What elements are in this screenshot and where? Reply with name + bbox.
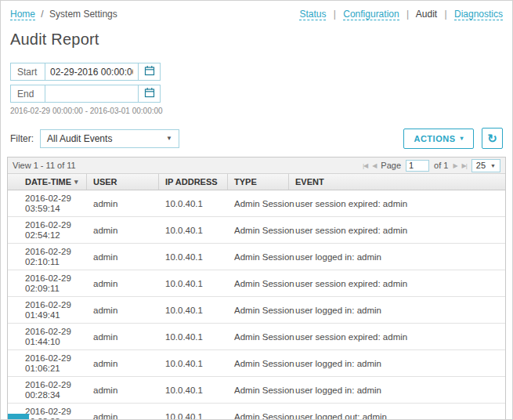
refresh-icon: ↻ (487, 132, 497, 144)
cell-date-time: 2016-02-29 01:49:41 (8, 300, 87, 320)
filter-row: Filter: All Audit Events ▼ ACTIONS ▾ ↻ (10, 128, 503, 149)
cell-time: 01:49:41 (25, 310, 81, 320)
cell-user: admin (87, 332, 159, 342)
cell-time: 00:28:34 (25, 390, 81, 400)
column-header-ip-address[interactable]: IP ADDRESS (159, 174, 228, 190)
cell-time: 02:09:11 (25, 284, 81, 294)
cell-date-time: 2016-02-29 03:59:14 (8, 194, 87, 214)
cell-date: 2016-02-29 (25, 300, 81, 310)
cell-date-time: 2016-02-29 02:10:11 (8, 247, 87, 267)
nav-separator: | (445, 9, 447, 20)
cell-time: 01:06:21 (25, 364, 81, 374)
cell-event: user session expired: admin (289, 279, 505, 288)
dropdown-arrow-icon: ▼ (490, 163, 496, 168)
table-row[interactable]: 2016-02-29 01:49:41 admin 10.0.40.1 Admi… (8, 297, 505, 324)
cell-event: user session expired: admin (289, 226, 505, 235)
cell-event: user logged in: admin (289, 306, 505, 315)
cell-event: user logged in: admin (289, 252, 505, 262)
cell-time: 01:44:10 (25, 337, 81, 347)
cell-user: admin (87, 226, 159, 235)
cell-type: Admin Session (228, 359, 289, 368)
first-page-icon[interactable]: |◀ (363, 162, 367, 169)
page-label: Page (381, 161, 401, 170)
filter-select[interactable]: All Audit Events ▼ (40, 129, 179, 148)
table-row[interactable]: 2016-02-29 00:28:34 admin 10.0.40.1 Admi… (8, 377, 505, 404)
table-row[interactable]: 2016-02-29 00:28:28 admin 10.0.40.1 Admi… (8, 404, 505, 420)
table-row[interactable]: 2016-02-29 01:06:21 admin 10.0.40.1 Admi… (8, 350, 505, 377)
start-date-input[interactable] (45, 63, 138, 80)
table-row[interactable]: 2016-02-29 03:59:14 admin 10.0.40.1 Admi… (8, 190, 505, 217)
cell-type: Admin Session (228, 199, 289, 208)
column-header-label: DATE-TIME (25, 177, 71, 186)
cell-date: 2016-02-29 (25, 194, 81, 204)
cell-ip-address: 10.0.40.1 (159, 359, 228, 368)
breadcrumb-home-link[interactable]: Home (10, 9, 35, 20)
cell-ip-address: 10.0.40.1 (159, 279, 228, 288)
start-date-label: Start (11, 63, 45, 80)
nav-link-status[interactable]: Status (299, 9, 326, 20)
cell-event: user logged out: admin (289, 412, 505, 420)
end-date-input[interactable] (45, 85, 138, 102)
cell-ip-address: 10.0.40.1 (159, 226, 228, 235)
end-date-label: End (11, 85, 45, 102)
cell-type: Admin Session (228, 412, 289, 420)
view-range-text: View 1 - 11 of 11 (13, 161, 76, 170)
prev-page-icon[interactable]: ◀ (372, 162, 376, 169)
calendar-icon (144, 65, 155, 78)
nav-separator: | (334, 9, 336, 20)
cell-type: Admin Session (228, 332, 289, 342)
calendar-icon (144, 87, 155, 100)
cell-event: user logged in: admin (289, 386, 505, 395)
filter-label: Filter: (10, 133, 34, 144)
cell-time: 02:10:11 (25, 257, 81, 267)
table-header-row: DATE-TIME ▾ USER IP ADDRESS TYPE EVENT (8, 174, 505, 190)
refresh-button[interactable]: ↻ (482, 128, 503, 149)
cell-type: Admin Session (228, 306, 289, 315)
last-page-icon[interactable]: ▶| (462, 162, 467, 169)
table-row[interactable]: 2016-02-29 02:54:12 admin 10.0.40.1 Admi… (8, 217, 505, 244)
table-row[interactable]: 2016-02-29 02:10:11 admin 10.0.40.1 Admi… (8, 244, 505, 270)
column-header-user[interactable]: USER (87, 174, 159, 190)
cell-date-time: 2016-02-29 00:28:34 (8, 380, 87, 400)
actions-button-label: ACTIONS (414, 134, 455, 143)
column-header-event[interactable]: EVENT (289, 174, 505, 190)
cell-user: admin (87, 386, 159, 395)
table-row[interactable]: 2016-02-29 02:09:11 admin 10.0.40.1 Admi… (8, 270, 505, 297)
start-calendar-button[interactable] (138, 63, 160, 80)
filter-select-value: All Audit Events (47, 133, 112, 144)
cell-user: admin (87, 252, 159, 262)
cell-event: user session expired: admin (289, 332, 505, 342)
breadcrumb: Home / System Settings (10, 9, 117, 20)
cell-date: 2016-02-29 (25, 247, 81, 257)
actions-button[interactable]: ACTIONS ▾ (403, 129, 474, 149)
cell-user: admin (87, 412, 159, 420)
page-of-text: of 1 (434, 161, 448, 170)
page-size-select[interactable]: 25 ▼ (471, 159, 500, 172)
cell-user: admin (87, 279, 159, 288)
top-bar: Home / System Settings Status | Configur… (1, 1, 512, 20)
column-header-type[interactable]: TYPE (228, 174, 289, 190)
cell-time: 02:54:12 (25, 230, 81, 241)
audit-table: View 1 - 11 of 11 |◀ ◀ Page of 1 ▶ ▶| 25… (7, 157, 506, 420)
cell-ip-address: 10.0.40.1 (159, 252, 228, 262)
start-date-group: Start (10, 63, 161, 81)
page-input[interactable] (406, 160, 429, 172)
table-body: 2016-02-29 03:59:14 admin 10.0.40.1 Admi… (8, 190, 505, 420)
nav-separator: | (406, 9, 409, 20)
breadcrumb-separator: / (41, 9, 43, 20)
cell-date: 2016-02-29 (25, 353, 81, 364)
end-calendar-button[interactable] (138, 85, 160, 102)
cell-ip-address: 10.0.40.1 (159, 386, 228, 395)
nav-item-audit-current[interactable]: Audit (416, 9, 437, 20)
end-date-group: End (10, 85, 161, 103)
next-page-icon[interactable]: ▶ (453, 162, 457, 169)
cell-type: Admin Session (228, 386, 289, 395)
nav-link-configuration[interactable]: Configuration (343, 9, 399, 20)
table-row[interactable]: 2016-02-29 01:44:10 admin 10.0.40.1 Admi… (8, 324, 505, 350)
page-size-value: 25 (476, 161, 486, 170)
cell-date-time: 2016-02-29 01:06:21 (8, 353, 87, 374)
cell-event: user logged in: admin (289, 359, 505, 368)
column-header-date-time[interactable]: DATE-TIME ▾ (8, 174, 87, 190)
top-nav: Status | Configuration | Audit | Diagnos… (299, 9, 503, 20)
nav-link-diagnostics[interactable]: Diagnostics (454, 9, 503, 20)
